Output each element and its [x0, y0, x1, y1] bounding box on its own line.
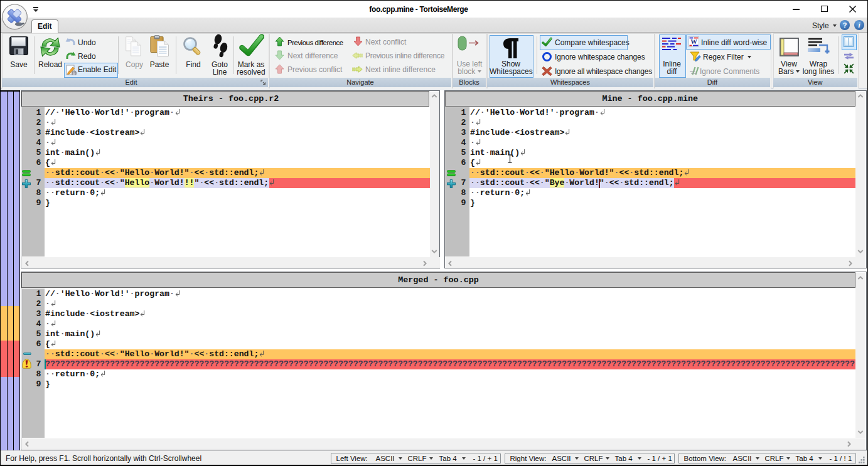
svg-text:W: W — [690, 38, 697, 45]
